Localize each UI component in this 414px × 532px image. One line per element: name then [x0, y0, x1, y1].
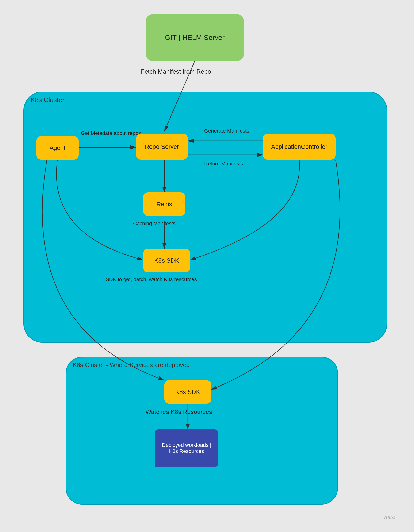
k8s-sdk-lower-box: K8s SDK [164, 380, 211, 404]
git-helm-server-label: GIT | HELM Server [165, 34, 225, 42]
get-metadata-label: Get Metadata about repos [81, 130, 141, 136]
watches-label: Watches K8s Resources [145, 408, 212, 416]
git-helm-server-box: GIT | HELM Server [145, 14, 244, 61]
redis-box: Redis [143, 192, 185, 216]
app-controller-box: ApplicationController [263, 134, 336, 160]
diagram-container: GIT | HELM Server Fetch Manifest from Re… [0, 0, 414, 532]
deployed-workloads-box: Deployed workloads | K8s Resources [155, 429, 218, 467]
k8s-cluster-lower-label: K8s Cluster - Where Services are deploye… [73, 361, 190, 369]
k8s-sdk-upper-box: K8s SDK [143, 249, 190, 272]
return-manifests-label: Return Manifests [204, 161, 243, 167]
k8s-cluster-label: K8s Cluster [30, 96, 65, 104]
sdk-description-label: SDK to get, patch, watch K8s resources [106, 276, 197, 283]
caching-manifests-label: Caching Manifests [133, 221, 175, 227]
agent-box: Agent [36, 136, 79, 160]
repo-server-box: Repo Server [136, 134, 188, 160]
generate-manifests-label: Generate Manifests [204, 128, 249, 134]
fetch-manifest-label: Fetch Manifest from Repo [141, 68, 211, 75]
miro-watermark: miro [384, 514, 395, 520]
